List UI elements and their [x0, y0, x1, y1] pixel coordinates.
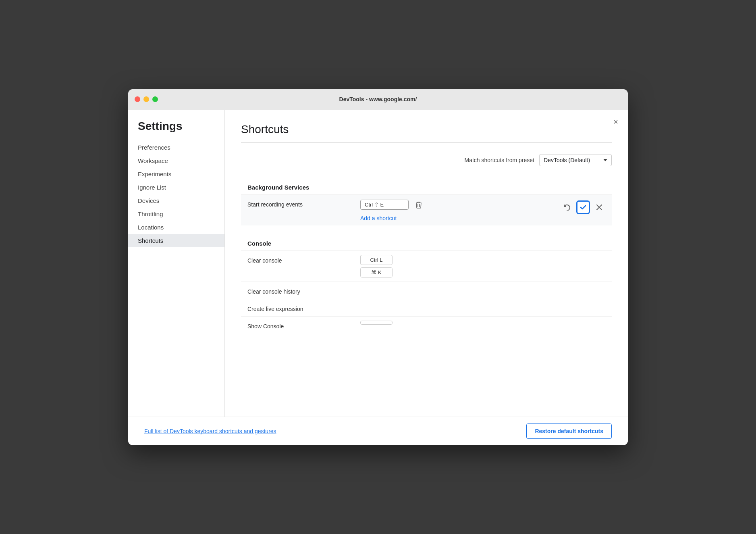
- shortcut-name-clear-console: Clear console: [247, 255, 360, 264]
- preset-label: Match shortcuts from preset: [464, 157, 534, 163]
- main-content: × Shortcuts Match shortcuts from preset …: [225, 110, 628, 417]
- shortcut-keys-start-recording: Ctrl ⇧ E Add a shortcut: [360, 199, 561, 221]
- sidebar: Settings Preferences Workspace Experimen…: [128, 110, 225, 417]
- shortcut-row-clear-console: Clear console Ctrl L ⌘ K: [241, 250, 612, 282]
- shortcut-name-start-recording: Start recording events: [247, 199, 360, 208]
- shortcut-row-start-recording: Start recording events Ctrl ⇧ E Add a s: [241, 194, 612, 225]
- sidebar-item-preferences[interactable]: Preferences: [128, 141, 224, 154]
- minimize-traffic-light[interactable]: [143, 96, 149, 102]
- restore-defaults-button[interactable]: Restore default shortcuts: [526, 423, 612, 439]
- shortcut-key-row-ctrl-shift-e: Ctrl ⇧ E: [360, 199, 561, 211]
- delete-shortcut-button[interactable]: [413, 199, 425, 211]
- titlebar: DevTools - www.google.com/: [128, 89, 628, 110]
- sidebar-item-shortcuts[interactable]: Shortcuts: [128, 234, 224, 247]
- undo-icon: [563, 204, 571, 211]
- background-services-header: Background Services: [241, 179, 612, 194]
- background-services-section: Background Services Start recording even…: [241, 179, 612, 225]
- background-services-title: Background Services: [247, 184, 309, 191]
- content-area: Settings Preferences Workspace Experimen…: [128, 110, 628, 417]
- sidebar-item-experiments[interactable]: Experiments: [128, 167, 224, 181]
- footer: Full list of DevTools keyboard shortcuts…: [128, 417, 628, 445]
- trash-icon: [415, 201, 422, 209]
- maximize-traffic-light[interactable]: [152, 96, 158, 102]
- key-badge-show-console: [360, 321, 393, 325]
- sidebar-item-throttling[interactable]: Throttling: [128, 207, 224, 221]
- key-input-ctrl-shift-e[interactable]: Ctrl ⇧ E: [360, 200, 409, 210]
- sidebar-item-workspace[interactable]: Workspace: [128, 154, 224, 167]
- key-row-show-console: [360, 321, 605, 325]
- sidebar-item-ignore-list[interactable]: Ignore List: [128, 181, 224, 194]
- key-badge-ctrl-l: Ctrl L: [360, 255, 393, 265]
- shortcut-keys-show-console: [360, 321, 605, 325]
- undo-button[interactable]: [561, 201, 573, 213]
- preset-select[interactable]: DevTools (Default) Visual Studio Code: [539, 154, 612, 166]
- close-button[interactable]: ×: [610, 117, 621, 128]
- console-title: Console: [247, 240, 271, 247]
- shortcut-name-live-expression: Create live expression: [247, 303, 360, 312]
- shortcut-row-live-expression: Create live expression: [241, 299, 612, 316]
- title-divider: [241, 142, 612, 143]
- page-title: Shortcuts: [241, 123, 612, 136]
- close-icon: [596, 204, 602, 210]
- key-badge-cmd-k: ⌘ K: [360, 267, 393, 277]
- traffic-lights: [135, 96, 158, 102]
- shortcut-name-show-console: Show Console: [247, 321, 360, 330]
- key-row-cmd-k: ⌘ K: [360, 267, 605, 277]
- shortcut-name-clear-history: Clear console history: [247, 286, 360, 295]
- close-traffic-light[interactable]: [135, 96, 140, 102]
- shortcut-row-clear-history: Clear console history: [241, 282, 612, 299]
- devtools-window: DevTools - www.google.com/ Settings Pref…: [128, 89, 628, 445]
- shortcut-row-show-console: Show Console: [241, 316, 612, 331]
- key-row-ctrl-l: Ctrl L: [360, 255, 605, 265]
- shortcut-keys-clear-console: Ctrl L ⌘ K: [360, 255, 605, 277]
- add-shortcut-link[interactable]: Add a shortcut: [360, 215, 397, 221]
- window-title: DevTools - www.google.com/: [339, 96, 417, 102]
- full-list-link[interactable]: Full list of DevTools keyboard shortcuts…: [144, 428, 276, 434]
- console-header: Console: [241, 235, 612, 250]
- preset-row: Match shortcuts from preset DevTools (De…: [241, 154, 612, 166]
- sidebar-item-devices[interactable]: Devices: [128, 194, 224, 207]
- shortcut-edit-actions: [561, 199, 605, 214]
- console-section: Console Clear console Ctrl L ⌘ K: [241, 235, 612, 331]
- checkmark-icon: [580, 205, 586, 210]
- cancel-edit-button[interactable]: [593, 201, 605, 213]
- confirm-button[interactable]: [576, 200, 590, 214]
- sidebar-heading: Settings: [128, 120, 224, 141]
- sidebar-item-locations[interactable]: Locations: [128, 221, 224, 234]
- add-shortcut-row: Add a shortcut: [360, 213, 561, 221]
